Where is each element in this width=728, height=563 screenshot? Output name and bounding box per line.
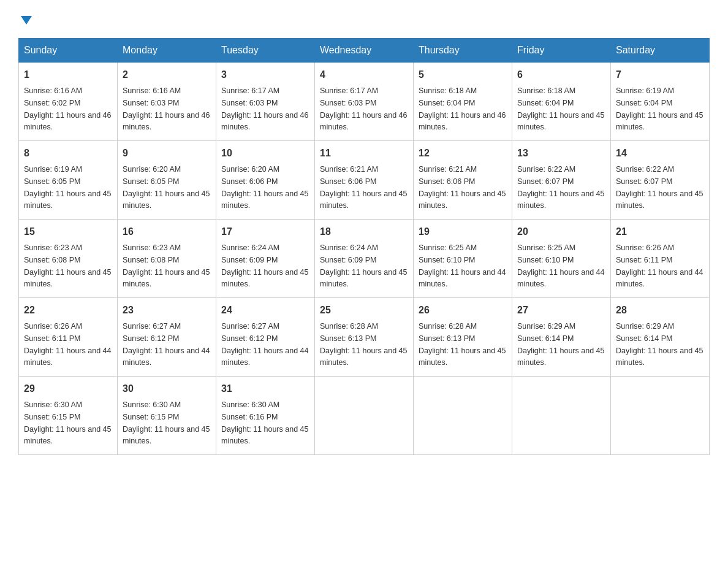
day-info: Sunrise: 6:27 AMSunset: 6:12 PMDaylight:… [123, 322, 210, 367]
day-info: Sunrise: 6:30 AMSunset: 6:15 PMDaylight:… [24, 400, 111, 445]
day-cell: 11 Sunrise: 6:21 AMSunset: 6:06 PMDaylig… [315, 141, 414, 220]
day-info: Sunrise: 6:23 AMSunset: 6:08 PMDaylight:… [123, 243, 210, 288]
day-info: Sunrise: 6:16 AMSunset: 6:02 PMDaylight:… [24, 86, 111, 131]
calendar-table: SundayMondayTuesdayWednesdayThursdayFrid… [18, 38, 710, 455]
day-info: Sunrise: 6:23 AMSunset: 6:08 PMDaylight:… [24, 243, 111, 288]
day-number: 14 [616, 146, 704, 161]
day-cell: 17 Sunrise: 6:24 AMSunset: 6:09 PMDaylig… [216, 220, 315, 298]
day-cell: 21 Sunrise: 6:26 AMSunset: 6:11 PMDaylig… [611, 220, 710, 298]
day-info: Sunrise: 6:21 AMSunset: 6:06 PMDaylight:… [320, 165, 407, 210]
logo-arrow-icon [20, 13, 33, 29]
day-cell: 18 Sunrise: 6:24 AMSunset: 6:09 PMDaylig… [315, 220, 414, 298]
day-number: 8 [24, 146, 112, 161]
day-cell: 19 Sunrise: 6:25 AMSunset: 6:10 PMDaylig… [414, 220, 512, 298]
day-cell: 20 Sunrise: 6:25 AMSunset: 6:10 PMDaylig… [512, 220, 611, 298]
day-cell: 26 Sunrise: 6:28 AMSunset: 6:13 PMDaylig… [414, 298, 512, 377]
day-number: 27 [517, 303, 605, 318]
day-info: Sunrise: 6:20 AMSunset: 6:05 PMDaylight:… [123, 165, 210, 210]
col-header-friday: Friday [512, 39, 611, 63]
day-info: Sunrise: 6:28 AMSunset: 6:13 PMDaylight:… [320, 322, 407, 367]
day-number: 25 [320, 303, 408, 318]
day-info: Sunrise: 6:29 AMSunset: 6:14 PMDaylight:… [517, 322, 604, 367]
col-header-saturday: Saturday [611, 39, 710, 63]
day-number: 31 [221, 381, 309, 396]
day-cell: 8 Sunrise: 6:19 AMSunset: 6:05 PMDayligh… [19, 141, 118, 220]
day-number: 1 [24, 67, 112, 82]
day-cell: 31 Sunrise: 6:30 AMSunset: 6:16 PMDaylig… [216, 377, 315, 455]
day-cell: 27 Sunrise: 6:29 AMSunset: 6:14 PMDaylig… [512, 298, 611, 377]
day-cell: 29 Sunrise: 6:30 AMSunset: 6:15 PMDaylig… [19, 377, 118, 455]
day-info: Sunrise: 6:18 AMSunset: 6:04 PMDaylight:… [419, 86, 506, 131]
day-number: 4 [320, 67, 408, 82]
logo [18, 12, 33, 26]
week-row-1: 1 Sunrise: 6:16 AMSunset: 6:02 PMDayligh… [19, 63, 710, 141]
day-cell: 12 Sunrise: 6:21 AMSunset: 6:06 PMDaylig… [414, 141, 512, 220]
day-cell: 14 Sunrise: 6:22 AMSunset: 6:07 PMDaylig… [611, 141, 710, 220]
day-number: 2 [123, 67, 211, 82]
week-row-5: 29 Sunrise: 6:30 AMSunset: 6:15 PMDaylig… [19, 377, 710, 455]
day-number: 24 [221, 303, 309, 318]
day-info: Sunrise: 6:30 AMSunset: 6:16 PMDaylight:… [221, 400, 308, 445]
day-info: Sunrise: 6:30 AMSunset: 6:15 PMDaylight:… [123, 400, 210, 445]
day-cell: 30 Sunrise: 6:30 AMSunset: 6:15 PMDaylig… [118, 377, 216, 455]
day-cell: 6 Sunrise: 6:18 AMSunset: 6:04 PMDayligh… [512, 63, 611, 141]
day-number: 21 [616, 224, 704, 239]
day-number: 18 [320, 224, 408, 239]
day-number: 19 [419, 224, 507, 239]
day-cell: 13 Sunrise: 6:22 AMSunset: 6:07 PMDaylig… [512, 141, 611, 220]
day-cell: 3 Sunrise: 6:17 AMSunset: 6:03 PMDayligh… [216, 63, 315, 141]
week-row-2: 8 Sunrise: 6:19 AMSunset: 6:05 PMDayligh… [19, 141, 710, 220]
day-number: 13 [517, 146, 605, 161]
day-info: Sunrise: 6:19 AMSunset: 6:05 PMDaylight:… [24, 165, 111, 210]
day-number: 23 [123, 303, 211, 318]
day-cell: 9 Sunrise: 6:20 AMSunset: 6:05 PMDayligh… [118, 141, 216, 220]
col-header-monday: Monday [118, 39, 216, 63]
day-info: Sunrise: 6:27 AMSunset: 6:12 PMDaylight:… [221, 322, 308, 367]
day-info: Sunrise: 6:22 AMSunset: 6:07 PMDaylight:… [616, 165, 703, 210]
day-cell [611, 377, 710, 455]
day-info: Sunrise: 6:16 AMSunset: 6:03 PMDaylight:… [123, 86, 210, 131]
day-cell: 4 Sunrise: 6:17 AMSunset: 6:03 PMDayligh… [315, 63, 414, 141]
day-info: Sunrise: 6:26 AMSunset: 6:11 PMDaylight:… [24, 322, 111, 367]
calendar-header-row: SundayMondayTuesdayWednesdayThursdayFrid… [19, 39, 710, 63]
day-info: Sunrise: 6:29 AMSunset: 6:14 PMDaylight:… [616, 322, 703, 367]
day-cell: 5 Sunrise: 6:18 AMSunset: 6:04 PMDayligh… [414, 63, 512, 141]
day-info: Sunrise: 6:28 AMSunset: 6:13 PMDaylight:… [419, 322, 506, 367]
col-header-sunday: Sunday [19, 39, 118, 63]
day-cell [414, 377, 512, 455]
day-cell: 2 Sunrise: 6:16 AMSunset: 6:03 PMDayligh… [118, 63, 216, 141]
col-header-wednesday: Wednesday [315, 39, 414, 63]
day-info: Sunrise: 6:17 AMSunset: 6:03 PMDaylight:… [320, 86, 407, 131]
day-number: 15 [24, 224, 112, 239]
day-number: 3 [221, 67, 309, 82]
page-header [18, 12, 710, 26]
day-cell [512, 377, 611, 455]
day-info: Sunrise: 6:25 AMSunset: 6:10 PMDaylight:… [419, 243, 506, 288]
day-info: Sunrise: 6:26 AMSunset: 6:11 PMDaylight:… [616, 243, 703, 288]
day-number: 28 [616, 303, 704, 318]
week-row-4: 22 Sunrise: 6:26 AMSunset: 6:11 PMDaylig… [19, 298, 710, 377]
day-cell: 16 Sunrise: 6:23 AMSunset: 6:08 PMDaylig… [118, 220, 216, 298]
col-header-tuesday: Tuesday [216, 39, 315, 63]
day-cell: 28 Sunrise: 6:29 AMSunset: 6:14 PMDaylig… [611, 298, 710, 377]
day-info: Sunrise: 6:21 AMSunset: 6:06 PMDaylight:… [419, 165, 506, 210]
day-info: Sunrise: 6:19 AMSunset: 6:04 PMDaylight:… [616, 86, 703, 131]
day-cell: 22 Sunrise: 6:26 AMSunset: 6:11 PMDaylig… [19, 298, 118, 377]
day-info: Sunrise: 6:22 AMSunset: 6:07 PMDaylight:… [517, 165, 604, 210]
day-number: 16 [123, 224, 211, 239]
day-number: 22 [24, 303, 112, 318]
day-number: 30 [123, 381, 211, 396]
day-info: Sunrise: 6:24 AMSunset: 6:09 PMDaylight:… [221, 243, 308, 288]
col-header-thursday: Thursday [414, 39, 512, 63]
day-number: 29 [24, 381, 112, 396]
day-cell: 25 Sunrise: 6:28 AMSunset: 6:13 PMDaylig… [315, 298, 414, 377]
day-number: 12 [419, 146, 507, 161]
day-number: 5 [419, 67, 507, 82]
day-number: 6 [517, 67, 605, 82]
day-info: Sunrise: 6:20 AMSunset: 6:06 PMDaylight:… [221, 165, 308, 210]
day-cell: 24 Sunrise: 6:27 AMSunset: 6:12 PMDaylig… [216, 298, 315, 377]
week-row-3: 15 Sunrise: 6:23 AMSunset: 6:08 PMDaylig… [19, 220, 710, 298]
day-cell: 15 Sunrise: 6:23 AMSunset: 6:08 PMDaylig… [19, 220, 118, 298]
day-info: Sunrise: 6:18 AMSunset: 6:04 PMDaylight:… [517, 86, 604, 131]
day-cell: 7 Sunrise: 6:19 AMSunset: 6:04 PMDayligh… [611, 63, 710, 141]
